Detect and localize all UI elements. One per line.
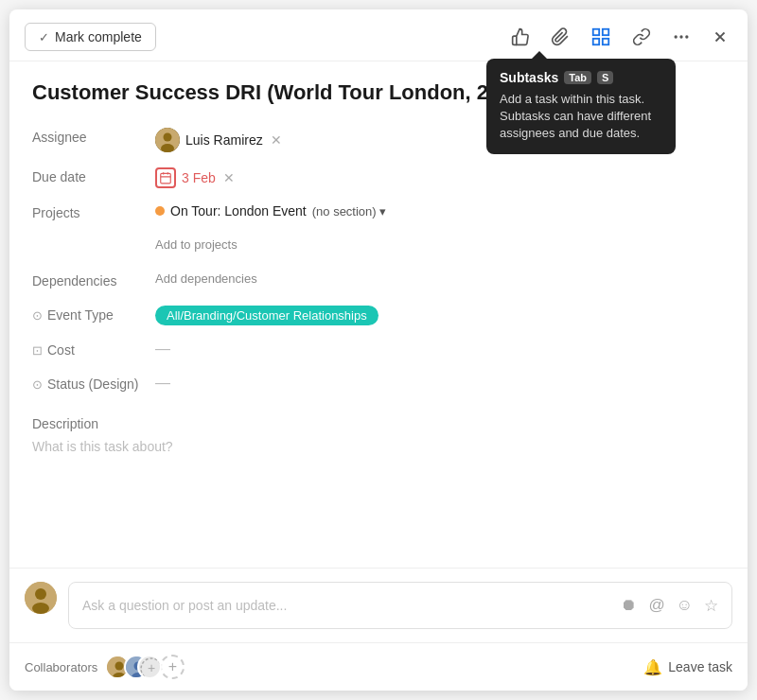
dependencies-label-text: Dependencies <box>32 273 117 289</box>
top-actions: Subtasks Tab S Add a task within this ta… <box>507 25 732 49</box>
description-placeholder[interactable]: What is this task about? <box>32 439 725 454</box>
status-design-value: — <box>155 375 725 392</box>
svg-point-20 <box>115 662 124 671</box>
comment-placeholder[interactable]: Ask a question or post an update... <box>82 598 287 613</box>
status-design-dash[interactable]: — <box>155 375 170 392</box>
section-text: (no section) <box>312 204 377 219</box>
subtasks-icon <box>590 26 611 47</box>
add-to-projects-button[interactable]: Add to projects <box>155 237 238 252</box>
more-icon <box>672 27 691 46</box>
status-design-icon: ⊙ <box>32 377 43 392</box>
subtasks-tooltip: Subtasks Tab S Add a task within this ta… <box>486 59 676 154</box>
svg-point-5 <box>679 35 682 38</box>
assignee-avatar[interactable] <box>155 128 180 152</box>
comment-user-avatar <box>25 582 57 614</box>
comment-actions: ⏺ @ ☺ ☆ <box>621 596 718 616</box>
bell-icon: 🔔 <box>643 658 662 676</box>
paperclip-icon <box>551 27 570 46</box>
chevron-down-icon: ▾ <box>379 204 386 219</box>
projects-row: Projects On Tour: London Event (no secti… <box>32 196 725 230</box>
mark-complete-label: Mark complete <box>55 29 142 44</box>
collaborator-3-svg: + <box>139 656 162 679</box>
add-projects-value: Add to projects <box>155 237 725 252</box>
due-date-label: Due date <box>32 167 155 184</box>
mark-complete-button[interactable]: ✓ Mark complete <box>25 23 156 51</box>
project-name[interactable]: On Tour: London Event <box>170 203 307 219</box>
remove-due-date-button[interactable]: ✕ <box>221 170 237 185</box>
status-design-label: ⊙ Status (Design) <box>32 375 155 392</box>
event-type-label: ⊙ Event Type <box>32 306 155 323</box>
dependencies-row: Dependencies Add dependencies <box>32 264 725 298</box>
assignee-label: Assignee <box>32 128 155 145</box>
svg-rect-2 <box>603 39 608 44</box>
due-date-row: Due date 3 Feb ✕ <box>32 160 725 196</box>
dependencies-label: Dependencies <box>32 271 155 289</box>
dependencies-value: Add dependencies <box>155 271 725 286</box>
collaborator-3-avatar[interactable]: + <box>137 655 162 679</box>
svg-text:+: + <box>148 660 155 675</box>
event-type-row: ⊙ Event Type All/Branding/Customer Relat… <box>32 298 725 333</box>
task-panel: ✓ Mark complete <box>9 9 748 691</box>
assignee-face-svg <box>155 128 180 152</box>
due-date-label-text: Due date <box>32 169 86 184</box>
comment-avatar-svg <box>25 582 57 614</box>
project-dot <box>155 206 165 216</box>
leave-task-button[interactable]: 🔔 Leave task <box>643 658 732 676</box>
event-type-value: All/Branding/Customer Relationships <box>155 306 725 325</box>
calendar-icon <box>155 167 176 188</box>
close-icon <box>712 28 729 45</box>
record-icon[interactable]: ⏺ <box>621 596 637 615</box>
add-projects-row: Add to projects <box>32 230 725 264</box>
project-section-button[interactable]: (no section) ▾ <box>312 204 386 219</box>
check-icon: ✓ <box>39 30 49 44</box>
cost-icon: ⊡ <box>32 343 43 358</box>
comment-input-wrap: Ask a question or post an update... ⏺ @ … <box>68 582 732 629</box>
projects-label-text: Projects <box>32 205 80 220</box>
close-button[interactable] <box>708 26 732 47</box>
link-button[interactable] <box>628 26 655 48</box>
comment-bar: Ask a question or post an update... ⏺ @ … <box>9 568 748 642</box>
due-date-value: 3 Feb ✕ <box>155 167 725 188</box>
cost-label-text: Cost <box>47 342 75 358</box>
tooltip-kbd2: S <box>597 71 613 84</box>
svg-point-6 <box>685 35 688 38</box>
link-icon <box>632 27 651 46</box>
cost-dash[interactable]: — <box>155 341 170 358</box>
bottom-bar: Collaborators <box>9 642 748 691</box>
add-collaborator-button[interactable]: + <box>160 655 185 679</box>
thumbs-up-button[interactable] <box>507 26 534 48</box>
svg-rect-0 <box>593 29 599 35</box>
event-type-icon: ⊙ <box>32 308 43 323</box>
emoji-icon[interactable]: ☺ <box>677 596 693 615</box>
svg-point-10 <box>164 133 172 142</box>
leave-task-label: Leave task <box>668 659 732 674</box>
cost-value: — <box>155 341 725 358</box>
remove-assignee-button[interactable]: ✕ <box>269 132 284 148</box>
subtasks-button[interactable] <box>587 25 615 49</box>
svg-point-18 <box>32 603 49 614</box>
tooltip-description: Add a task within this task. Subtasks ca… <box>500 91 662 143</box>
svg-rect-3 <box>593 39 599 44</box>
cost-row: ⊡ Cost — <box>32 333 725 367</box>
svg-rect-12 <box>161 173 171 184</box>
collaborators-section: Collaborators <box>25 655 185 679</box>
thumbs-up-icon <box>511 27 530 46</box>
tooltip-title-text: Subtasks <box>500 70 558 85</box>
collaborators-avatars: + + <box>105 655 185 679</box>
add-dependencies-button[interactable]: Add dependencies <box>155 271 257 286</box>
due-date-text[interactable]: 3 Feb <box>182 170 216 185</box>
svg-point-17 <box>35 588 46 600</box>
event-type-tag[interactable]: All/Branding/Customer Relationships <box>155 306 378 325</box>
tooltip-arrow <box>532 51 547 59</box>
status-design-label-text: Status (Design) <box>47 376 138 392</box>
paperclip-button[interactable] <box>547 26 573 48</box>
projects-value: On Tour: London Event (no section) ▾ <box>155 203 725 219</box>
cost-label: ⊡ Cost <box>32 341 155 358</box>
status-design-row: ⊙ Status (Design) — <box>32 367 725 401</box>
description-label: Description <box>32 416 725 431</box>
star-icon[interactable]: ☆ <box>704 596 718 616</box>
collaborators-label: Collaborators <box>25 660 97 674</box>
assignee-label-text: Assignee <box>32 130 87 145</box>
mention-icon[interactable]: @ <box>648 596 664 615</box>
more-button[interactable] <box>668 26 695 48</box>
